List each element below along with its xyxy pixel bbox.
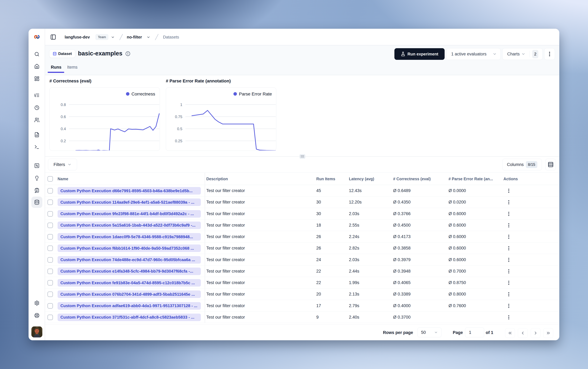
svg-text:Parse Error Rate: Parse Error Rate <box>239 92 272 96</box>
svg-text:0.2: 0.2 <box>61 139 66 143</box>
svg-text:0.4: 0.4 <box>61 127 66 131</box>
svg-text:1: 1 <box>180 102 182 107</box>
svg-text:0.25: 0.25 <box>175 139 182 143</box>
svg-text:Correctness: Correctness <box>131 92 155 96</box>
svg-text:0.5: 0.5 <box>177 127 182 131</box>
svg-text:0.8: 0.8 <box>61 102 66 107</box>
svg-text:0.75: 0.75 <box>175 115 182 119</box>
svg-text:0.6: 0.6 <box>61 115 66 119</box>
